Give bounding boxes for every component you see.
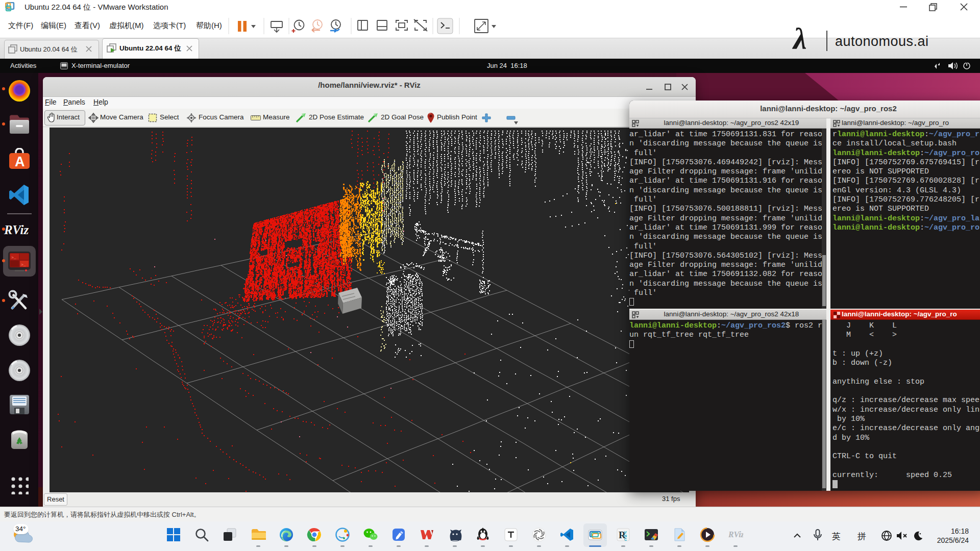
svg-text:>_: >_ bbox=[11, 255, 16, 260]
svg-text:C: C bbox=[624, 538, 627, 541]
svg-text:V: V bbox=[624, 531, 627, 534]
svg-text:>_: >_ bbox=[21, 262, 26, 267]
svg-text:N: N bbox=[624, 534, 627, 538]
svg-text:RViz: RViz bbox=[728, 530, 743, 539]
svg-text:A: A bbox=[15, 154, 25, 169]
